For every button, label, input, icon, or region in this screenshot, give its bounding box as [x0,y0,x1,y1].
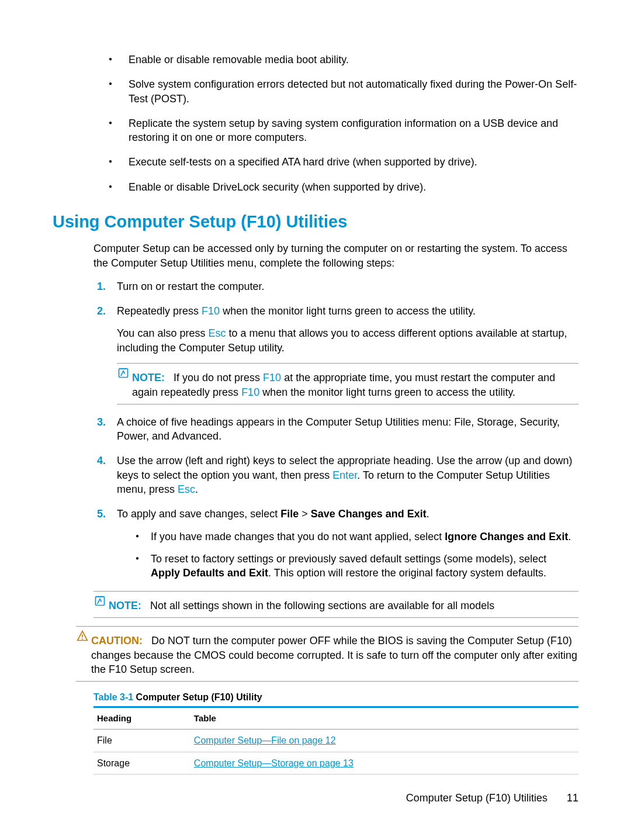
caution-text: Do NOT turn the computer power OFF while… [91,635,577,675]
step-number: 3. [97,415,106,429]
bullet-text: To reset to factory settings or previous… [151,553,546,565]
key-enter: Enter [332,469,357,481]
page-number: 11 [567,792,578,804]
note-callout: NOTE: If you do not press F10 at the app… [117,363,578,405]
note-icon [117,367,130,382]
cell-heading: File [93,730,190,752]
table-title: Computer Setup (F10) Utility [133,692,262,702]
menu-option: File [280,508,299,520]
table-caption: Table 3-1 Computer Setup (F10) Utility [93,691,578,704]
note-label: NOTE: [109,600,141,611]
column-header-table: Table [190,707,578,729]
list-item: Execute self-tests on a specified ATA ha… [109,155,578,169]
step-text: . [427,508,429,520]
key-f10: F10 [241,386,259,398]
link-computer-setup-storage[interactable]: Computer Setup—Storage on page 13 [194,758,353,768]
table-row: Storage Computer Setup—Storage on page 1… [93,752,578,775]
note-label: NOTE: [132,372,165,383]
sub-bullet-list: If you have made changes that you do not… [117,530,578,580]
step-1: 1. Turn on or restart the computer. [117,279,578,293]
svg-rect-1 [96,596,105,605]
step-5: 5. To apply and save changes, select Fil… [117,507,578,580]
menu-option: Save Changes and Exit [311,508,427,520]
step-text: Turn on or restart the computer. [117,281,264,292]
caution-callout: CAUTION: Do NOT turn the computer power … [76,626,578,682]
document-page: Enable or disable removable media boot a… [0,0,631,840]
step-number: 5. [97,507,106,521]
list-item: To reset to factory settings or previous… [136,552,578,580]
caution-label: CAUTION: [91,635,143,647]
cell-heading: Storage [93,752,190,775]
key-esc: Esc [178,483,195,495]
caution-icon [76,630,89,645]
step-text: Repeatedly press [117,305,202,317]
step-text: . [195,483,198,495]
step-text: You can also press [117,327,208,339]
footer-text: Computer Setup (F10) Utilities [406,792,547,804]
intro-paragraph: Computer Setup can be accessed only by t… [93,241,578,270]
table-number: Table 3-1 [93,692,133,702]
note-callout: NOTE: Not all settings shown in the foll… [93,591,578,618]
setup-table: Heading Table File Computer Setup—File o… [93,706,578,775]
step-3: 3. A choice of five headings appears in … [117,415,578,444]
step-text: > [299,508,311,520]
step-number: 2. [97,304,106,318]
svg-point-3 [82,638,83,639]
page-footer: Computer Setup (F10) Utilities 11 [406,791,578,805]
section-heading: Using Computer Setup (F10) Utilities [53,210,578,233]
key-f10: F10 [202,305,220,317]
list-item: Replicate the system setup by saving sys… [109,116,578,145]
step-text: A choice of five headings appears in the… [117,416,560,442]
column-header-heading: Heading [93,707,190,729]
note-text: Not all settings shown in the following … [150,600,494,611]
list-item: Enable or disable removable media boot a… [109,53,578,67]
step-text: when the monitor light turns green to ac… [220,305,476,317]
feature-bullet-list: Enable or disable removable media boot a… [53,53,578,194]
link-computer-setup-file[interactable]: Computer Setup—File on page 12 [194,735,336,745]
menu-option: Ignore Changes and Exit [445,531,568,542]
step-number: 1. [97,279,106,293]
bullet-text: . This option will restore the original … [268,567,546,579]
key-f10: F10 [263,372,281,383]
list-item: If you have made changes that you do not… [136,530,578,544]
note-text: If you do not press [174,372,263,383]
step-text: To apply and save changes, select [117,508,280,520]
note-icon [93,595,106,610]
table-row: File Computer Setup—File on page 12 [93,730,578,752]
key-esc: Esc [208,327,226,339]
bullet-text: If you have made changes that you do not… [151,531,445,542]
step-2: 2. Repeatedly press F10 when the monitor… [117,304,578,405]
list-item: Enable or disable DriveLock security (wh… [109,180,578,194]
step-number: 4. [97,454,106,468]
note-text: when the monitor light turns green to ac… [259,386,515,398]
steps-list: 1. Turn on or restart the computer. 2. R… [93,279,578,580]
svg-rect-0 [119,369,128,378]
menu-option: Apply Defaults and Exit [151,567,268,579]
list-item: Solve system configuration errors detect… [109,77,578,106]
bullet-text: . [568,531,571,542]
step-4: 4. Use the arrow (left and right) keys t… [117,454,578,496]
